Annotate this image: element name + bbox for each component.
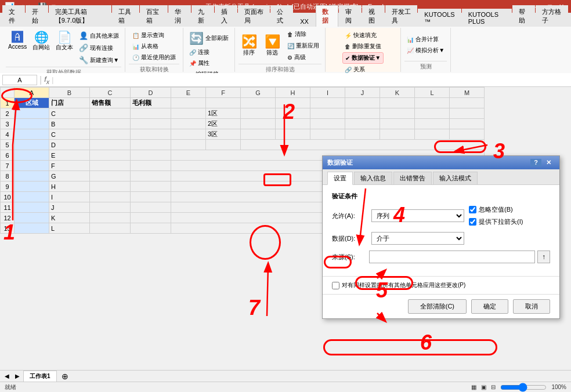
data-select[interactable]: 介于 [371, 232, 464, 245]
cell-F2[interactable]: 1区 [206, 108, 241, 119]
cell-B1[interactable]: 门店 [49, 98, 90, 108]
cell-K1[interactable] [380, 98, 415, 108]
source-collapse-btn[interactable]: ↑ [537, 251, 550, 263]
quick-fill-btn[interactable]: ⚡快速填充 [342, 30, 379, 41]
cell-G1[interactable] [241, 98, 276, 108]
tab-fangge[interactable]: 方方格子 [536, 5, 568, 27]
cell-F4[interactable]: 3区 [206, 129, 241, 140]
reapply-btn[interactable]: 🔄重新应用 [285, 41, 321, 51]
cell-D12[interactable] [131, 213, 171, 223]
cell-C1[interactable]: 销售额 [90, 98, 131, 108]
apply-all-checkbox[interactable] [332, 282, 339, 289]
advanced-btn[interactable]: ⚙高级 [285, 52, 321, 63]
cell-G2[interactable] [241, 108, 276, 119]
cell-E2[interactable] [171, 108, 206, 119]
cell-J1[interactable] [345, 98, 380, 108]
cell-B2[interactable]: C [49, 108, 90, 119]
view-layout[interactable]: ▣ [481, 384, 486, 390]
cell-D4[interactable] [131, 129, 171, 140]
tab-insert[interactable]: 插入 [215, 5, 237, 27]
filter-btn[interactable]: 🔽 筛选 [262, 34, 283, 58]
cell-A7[interactable] [15, 161, 49, 171]
tab-file[interactable]: 文件 [2, 5, 25, 27]
web-btn[interactable]: 🌐 自网站 [30, 30, 52, 53]
dialog-tab-ime[interactable]: 输入法模式 [433, 172, 478, 184]
formula-input[interactable] [56, 77, 569, 84]
cell-A10[interactable] [15, 192, 49, 202]
other-sources-btn[interactable]: 👤 自其他来源 [77, 30, 121, 41]
cell-B5[interactable]: D [49, 140, 90, 150]
dropdown-checkbox[interactable] [469, 218, 476, 226]
cell-L4[interactable] [415, 129, 450, 140]
cell-F5[interactable] [206, 140, 241, 150]
tab-view[interactable]: 视图 [362, 5, 385, 27]
tab-home[interactable]: 开始 [26, 5, 48, 27]
cell-K3[interactable] [380, 119, 415, 129]
cell-D2[interactable] [131, 108, 171, 119]
cell-H3[interactable] [276, 119, 310, 129]
name-box[interactable] [2, 75, 37, 85]
cell-A5[interactable] [15, 140, 49, 150]
cell-A9[interactable] [15, 182, 49, 192]
properties-btn[interactable]: 📌属性 [187, 58, 212, 68]
col-header-C[interactable]: C [90, 88, 131, 98]
cell-D3[interactable] [131, 119, 171, 129]
tab-review[interactable]: 审阅 [339, 5, 362, 27]
access-btn[interactable]: 🅰 Access [6, 30, 29, 51]
cell-E1[interactable] [171, 98, 206, 108]
cell-H1[interactable] [276, 98, 310, 108]
cell-G3[interactable] [241, 119, 276, 129]
tab-kutools[interactable]: 完美工具箱【9.7.0版】 [49, 5, 111, 27]
cell-B10[interactable]: I [49, 192, 90, 202]
new-query-btn[interactable]: 🔧 新建查询▼ [77, 55, 121, 66]
cell-H4[interactable] [276, 129, 310, 140]
dialog-tab-input-info[interactable]: 输入信息 [354, 172, 392, 184]
cell-M2[interactable] [450, 108, 485, 119]
cell-F3[interactable]: 2区 [206, 119, 241, 129]
clear-all-btn[interactable]: 全部清除(C) [408, 299, 467, 314]
clear-btn[interactable]: 🗑清除 [285, 29, 321, 39]
cell-C9[interactable] [90, 182, 131, 192]
cell-D1[interactable]: 毛利额 [131, 98, 171, 108]
cell-D5[interactable] [131, 140, 171, 150]
tab-formula[interactable]: 公式 [270, 5, 293, 27]
sheet-tab-1[interactable]: 工作表1 [23, 371, 57, 382]
view-page-break[interactable]: ⊟ [491, 384, 496, 390]
cell-C3[interactable] [90, 119, 131, 129]
cell-B8[interactable]: G [49, 171, 90, 182]
cell-C11[interactable] [90, 202, 131, 213]
zoom-slider[interactable] [500, 383, 547, 392]
cell-A6[interactable] [15, 150, 49, 161]
cell-C10[interactable] [90, 192, 131, 202]
col-header-A[interactable]: A [15, 88, 49, 98]
dialog-tab-error-alert[interactable]: 出错警告 [393, 172, 432, 184]
cell-D8[interactable] [131, 171, 171, 182]
col-header-I[interactable]: I [310, 88, 345, 98]
col-header-L[interactable]: L [415, 88, 450, 98]
cell-D9[interactable] [131, 182, 171, 192]
from-table-btn[interactable]: 📊从表格 [130, 41, 161, 52]
tab-data[interactable]: 数据 [316, 5, 338, 27]
cell-I3[interactable] [310, 119, 345, 129]
cell-A1[interactable]: 区域 [15, 98, 49, 108]
cell-D6[interactable] [131, 150, 171, 161]
cell-L1[interactable] [415, 98, 450, 108]
col-header-J[interactable]: J [345, 88, 380, 98]
cell-D10[interactable] [131, 192, 171, 202]
cell-D7[interactable] [131, 161, 171, 171]
col-header-F[interactable]: F [206, 88, 241, 98]
view-normal[interactable]: ▦ [471, 384, 476, 390]
cell-B7[interactable]: F [49, 161, 90, 171]
cell-J4[interactable] [345, 129, 380, 140]
col-header-K[interactable]: K [380, 88, 415, 98]
cell-A4[interactable] [15, 129, 49, 140]
col-header-G[interactable]: G [241, 88, 276, 98]
tab-developer[interactable]: 开发工具 [385, 5, 418, 27]
cell-C13[interactable] [90, 223, 131, 234]
tab-jiuxin[interactable]: 九新 [191, 5, 214, 27]
cell-D11[interactable] [131, 202, 171, 213]
col-header-M[interactable]: M [450, 88, 485, 98]
cell-B4[interactable]: C [49, 129, 90, 140]
cell-F1[interactable] [206, 98, 241, 108]
cell-H2[interactable] [276, 108, 310, 119]
